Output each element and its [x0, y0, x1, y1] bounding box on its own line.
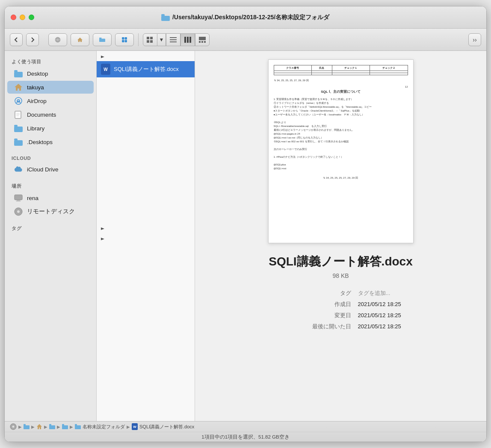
sidebar-item-rena[interactable]: rena: [7, 192, 94, 204]
breadcrumb-sep-6: ▶: [127, 424, 130, 429]
svg-rect-16: [170, 37, 177, 38]
icon-view-icon: [147, 37, 154, 43]
finder-window: /Users/takuya/.Desktops/2018-12-25/名称未設定…: [4, 6, 487, 442]
toolbar: ▼: [5, 29, 486, 51]
breadcrumb-users[interactable]: [24, 424, 30, 429]
main-content: よく使う項目 Desktop takuya: [5, 51, 486, 421]
column-view-icon: [184, 37, 191, 43]
breadcrumb-home[interactable]: [36, 424, 42, 430]
tag-add-value[interactable]: タグを追加...: [358, 289, 426, 297]
sidebar-item-icloud-drive[interactable]: iCloud Drive: [7, 163, 94, 176]
window-title: /Users/takuya/.Desktops/2018-12-25/名称未設定…: [40, 14, 450, 21]
breadcrumb-folder2[interactable]: [62, 424, 68, 429]
svg-rect-6: [99, 38, 105, 42]
preview-filename: SQLI講義ノート解答.docx: [269, 253, 412, 270]
disk-button[interactable]: [48, 33, 67, 46]
column-expand-arrow-3[interactable]: [97, 233, 195, 243]
column-expand-arrow[interactable]: [97, 51, 195, 61]
breadcrumb-disk[interactable]: [10, 423, 17, 430]
breadcrumb-meisho-label: 名称未設定フォルダ: [83, 424, 125, 430]
breadcrumb-folder-icon-1: [24, 424, 30, 429]
maximize-button[interactable]: [29, 15, 34, 20]
sidebar-item-documents[interactable]: Documents: [7, 108, 94, 121]
icloud-icon: [14, 165, 23, 174]
gallery-view-icon: [199, 37, 206, 43]
apps-button[interactable]: [115, 33, 134, 46]
gallery-view-button[interactable]: [195, 33, 210, 46]
sidebar-item-desktops[interactable]: .Desktops: [7, 136, 94, 148]
svg-rect-19: [184, 37, 186, 43]
favorites-section-title: よく使う項目: [5, 56, 96, 67]
svg-rect-14: [147, 40, 149, 43]
folder-icon: [161, 14, 170, 21]
breadcrumb-folder1[interactable]: [49, 424, 55, 429]
breadcrumb-sep-5: ▶: [70, 424, 73, 429]
breadcrumb-home-icon: [36, 424, 42, 430]
breadcrumb-folder-icon-3: [62, 424, 68, 429]
sidebar-label-airdrop: AirDrop: [27, 98, 47, 104]
sidebar-item-remote-disk[interactable]: リモートディスク: [7, 205, 94, 218]
breadcrumb-disk-icon: [10, 423, 17, 430]
back-button[interactable]: [10, 33, 23, 46]
page-number-row: ％ 34, 25, 25, 25, 27, 29, 29 回: [274, 79, 408, 82]
svg-rect-8: [122, 37, 124, 39]
svg-rect-20: [187, 37, 189, 43]
icloud-section-title: iCloud: [5, 153, 96, 162]
word-doc-icon: W: [101, 64, 110, 75]
preview-filesize: 98 KB: [332, 272, 349, 279]
sidebar-label-desktop: Desktop: [27, 71, 48, 77]
breadcrumb: ▶ ▶ ▶ ▶ ▶ 名称未設定フォルダ ▶ W: [5, 421, 486, 432]
sidebar-label-remote-disk: リモートディスク: [27, 208, 75, 215]
svg-rect-27: [14, 70, 18, 72]
column-view-button[interactable]: [180, 33, 195, 46]
folder-button[interactable]: [93, 33, 112, 46]
svg-rect-7: [99, 38, 102, 39]
sidebar-label-rena: rena: [27, 195, 38, 201]
table-header-class: クラス番号: [274, 65, 311, 71]
sidebar-item-library[interactable]: Library: [7, 122, 94, 135]
sidebar-label-documents: Documents: [27, 112, 56, 118]
finder-area: W SQLI講義ノート解答.docx: [97, 51, 486, 421]
sidebar-item-desktop[interactable]: Desktop: [7, 67, 94, 80]
table-header-check2: チェック２: [370, 65, 408, 71]
close-button[interactable]: [11, 15, 16, 20]
home-button[interactable]: [71, 33, 89, 46]
page-num-left: ％ 34, 25, 25, 25, 27, 29, 29 回: [274, 79, 310, 82]
svg-rect-24: [201, 41, 203, 43]
breadcrumb-docfile[interactable]: W SQLI講義ノート解答.docx: [132, 423, 194, 430]
created-value: 2021/05/12 18:25: [358, 301, 426, 307]
traffic-lights: [11, 15, 34, 20]
table-header-name: 氏名: [311, 65, 332, 71]
doc-body: 1. 実習環境を作る準備（実習で使用するＳＷを、ＳＤに作成します） ①ドライブＣ…: [274, 97, 408, 180]
svg-rect-21: [189, 37, 191, 43]
svg-rect-56: [62, 424, 64, 426]
breadcrumb-meisho[interactable]: 名称未設定フォルダ: [75, 424, 125, 430]
breadcrumb-sep-4: ▶: [57, 424, 60, 429]
sidebar: よく使う項目 Desktop takuya: [5, 51, 97, 421]
breadcrumb-sep-2: ▶: [31, 424, 35, 429]
more-options-button[interactable]: ››: [468, 33, 481, 46]
sidebar-item-airdrop[interactable]: AirDrop: [7, 94, 94, 107]
svg-rect-42: [16, 200, 21, 201]
file-column: W SQLI講義ノート解答.docx: [97, 51, 195, 421]
column-expand-arrow-2[interactable]: [97, 223, 195, 233]
svg-rect-1: [161, 14, 165, 16]
disk-icon: [55, 37, 61, 43]
page-footer: ％ 34, 25, 25, 25, 27, 29, 29 回: [274, 176, 408, 180]
svg-rect-25: [204, 41, 206, 43]
icon-view-button[interactable]: [143, 33, 157, 46]
forward-button[interactable]: [26, 33, 39, 46]
tag-label: タグ: [340, 289, 351, 297]
sidebar-item-takuya[interactable]: takuya: [7, 81, 94, 94]
svg-rect-55: [62, 425, 68, 429]
svg-rect-38: [14, 140, 23, 146]
library-icon: [14, 124, 23, 133]
icon-view-dropdown[interactable]: ▼: [157, 33, 166, 46]
file-item-sqli[interactable]: W SQLI講義ノート解答.docx: [97, 61, 195, 77]
list-view-button[interactable]: [166, 33, 180, 46]
modified-row: 変更日 2021/05/12 18:25: [255, 312, 426, 319]
more-icon: ››: [473, 36, 476, 43]
minimize-button[interactable]: [20, 15, 25, 20]
sidebar-label-desktops: .Desktops: [27, 139, 53, 145]
sidebar-label-takuya: takuya: [27, 84, 44, 91]
